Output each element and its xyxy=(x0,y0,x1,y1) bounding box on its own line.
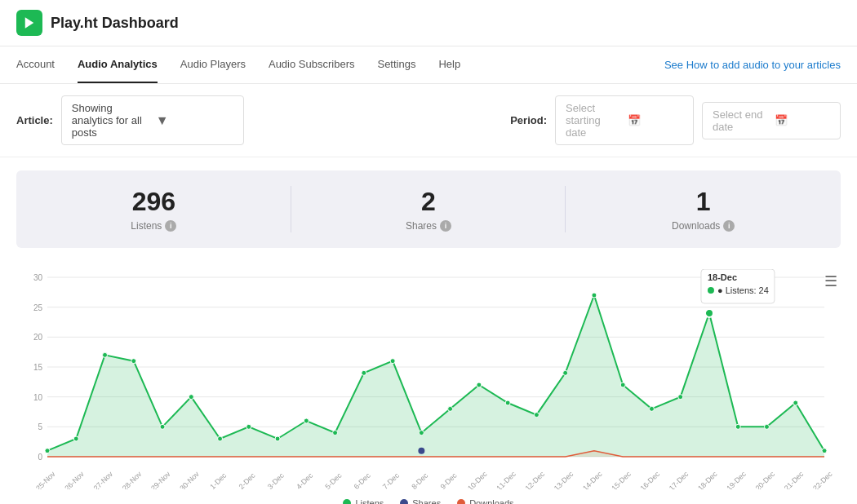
svg-text:10-Dec: 10-Dec xyxy=(466,470,489,489)
legend-downloads-dot xyxy=(457,499,465,504)
legend-downloads-label: Downloads xyxy=(469,498,513,504)
svg-point-34 xyxy=(563,370,568,375)
svg-text:15-Dec: 15-Dec xyxy=(610,470,633,489)
svg-point-17 xyxy=(73,436,78,441)
add-audio-link[interactable]: See How to add audio to your articles xyxy=(664,59,841,71)
svg-point-44 xyxy=(705,309,713,317)
listens-label: Listens i xyxy=(24,220,283,232)
header: Play.ht Dashboard xyxy=(0,0,857,46)
svg-text:3-Dec: 3-Dec xyxy=(266,471,286,489)
svg-text:14-Dec: 14-Dec xyxy=(581,470,604,489)
svg-text:12-Dec: 12-Dec xyxy=(523,470,546,489)
svg-text:19-Dec: 19-Dec xyxy=(725,470,748,489)
svg-text:10: 10 xyxy=(33,393,43,402)
svg-point-37 xyxy=(649,406,654,411)
article-select[interactable]: Showing analytics for all posts ▼ xyxy=(61,95,244,145)
svg-point-24 xyxy=(275,436,280,441)
svg-text:30-Nov: 30-Nov xyxy=(178,470,201,489)
svg-text:0: 0 xyxy=(38,453,42,462)
nav-audio-players[interactable]: Audio Players xyxy=(180,46,246,83)
svg-text:21-Dec: 21-Dec xyxy=(783,470,806,489)
stat-downloads: 1 Downloads i xyxy=(566,170,841,248)
legend-listens-dot xyxy=(343,499,351,504)
toolbar: Article: Showing analytics for all posts… xyxy=(0,84,857,157)
svg-text:27-Nov: 27-Nov xyxy=(92,470,115,489)
chart-legend: Listens Shares Downloads xyxy=(16,498,841,504)
nav-audio-analytics[interactable]: Audio Analytics xyxy=(78,46,158,83)
svg-text:5: 5 xyxy=(38,422,42,431)
svg-text:29-Nov: 29-Nov xyxy=(149,470,172,489)
play-icon xyxy=(22,15,37,30)
svg-point-15 xyxy=(418,448,424,454)
svg-point-21 xyxy=(189,395,193,400)
end-date-placeholder: Select end date xyxy=(713,108,768,133)
article-section: Article: Showing analytics for all posts… xyxy=(16,95,244,145)
chart-menu-icon[interactable]: ☰ xyxy=(824,272,837,290)
svg-point-40 xyxy=(735,424,740,429)
svg-text:5-Dec: 5-Dec xyxy=(323,471,343,489)
svg-point-36 xyxy=(620,382,625,387)
svg-point-41 xyxy=(764,424,769,429)
period-label: Period: xyxy=(510,114,547,126)
main-nav: Account Audio Analytics Audio Players Au… xyxy=(0,46,857,84)
svg-point-35 xyxy=(592,293,597,298)
svg-point-23 xyxy=(246,424,251,429)
svg-text:13-Dec: 13-Dec xyxy=(553,470,575,489)
downloads-info-icon[interactable]: i xyxy=(723,220,735,232)
legend-shares-dot xyxy=(400,499,408,504)
calendar-end-icon: 📅 xyxy=(775,114,830,126)
chart-container: ☰ 05101520253018-Dec● Listens: 2425-Nov2… xyxy=(0,261,857,504)
end-date-picker[interactable]: Select end date 📅 xyxy=(702,102,841,139)
article-label: Article: xyxy=(16,114,53,126)
shares-value: 2 xyxy=(300,187,558,217)
svg-text:9-Dec: 9-Dec xyxy=(438,471,458,489)
svg-text:17-Dec: 17-Dec xyxy=(668,470,690,489)
svg-text:28-Nov: 28-Nov xyxy=(121,470,144,489)
svg-point-20 xyxy=(160,424,165,429)
start-date-placeholder: Select starting date xyxy=(566,102,621,139)
nav-settings[interactable]: Settings xyxy=(377,46,415,83)
start-date-picker[interactable]: Select starting date 📅 xyxy=(555,95,694,145)
svg-point-31 xyxy=(477,382,482,387)
nav-help[interactable]: Help xyxy=(438,46,460,83)
svg-text:16-Dec: 16-Dec xyxy=(639,470,662,489)
legend-downloads: Downloads xyxy=(457,498,513,504)
svg-point-22 xyxy=(218,436,223,441)
nav-audio-subscribers[interactable]: Audio Subscribers xyxy=(269,46,355,83)
svg-text:6-Dec: 6-Dec xyxy=(353,471,372,489)
legend-listens: Listens xyxy=(343,498,384,504)
downloads-label: Downloads i xyxy=(574,220,833,232)
shares-label: Shares i xyxy=(300,220,558,232)
svg-point-26 xyxy=(333,431,338,435)
downloads-value: 1 xyxy=(574,187,833,217)
shares-info-icon[interactable]: i xyxy=(440,220,451,232)
svg-point-33 xyxy=(534,413,539,418)
svg-point-47 xyxy=(708,287,714,294)
svg-point-16 xyxy=(45,449,50,453)
svg-text:4-Dec: 4-Dec xyxy=(295,471,314,489)
svg-point-29 xyxy=(419,431,424,435)
svg-text:18-Dec: 18-Dec xyxy=(708,272,737,282)
svg-text:25-Nov: 25-Nov xyxy=(34,470,57,489)
stat-shares: 2 Shares i xyxy=(291,170,566,248)
svg-point-18 xyxy=(103,352,108,357)
listens-info-icon[interactable]: i xyxy=(165,220,176,232)
svg-point-27 xyxy=(362,370,366,375)
svg-point-32 xyxy=(505,400,510,405)
period-section: Period: Select starting date 📅 Select en… xyxy=(510,95,841,145)
chevron-down-icon: ▼ xyxy=(156,113,233,128)
svg-text:18-Dec: 18-Dec xyxy=(696,470,719,489)
legend-shares-label: Shares xyxy=(412,498,441,504)
svg-point-38 xyxy=(678,395,683,400)
svg-text:11-Dec: 11-Dec xyxy=(495,470,517,489)
svg-point-42 xyxy=(793,400,798,405)
nav-account[interactable]: Account xyxy=(16,46,55,83)
calendar-start-icon: 📅 xyxy=(628,114,683,126)
svg-text:15: 15 xyxy=(33,363,43,372)
svg-text:2-Dec: 2-Dec xyxy=(238,471,257,489)
legend-listens-label: Listens xyxy=(355,498,384,504)
svg-point-25 xyxy=(304,418,309,423)
svg-text:20: 20 xyxy=(33,333,43,342)
article-select-value: Showing analytics for all posts xyxy=(72,102,149,139)
svg-point-43 xyxy=(822,449,827,453)
